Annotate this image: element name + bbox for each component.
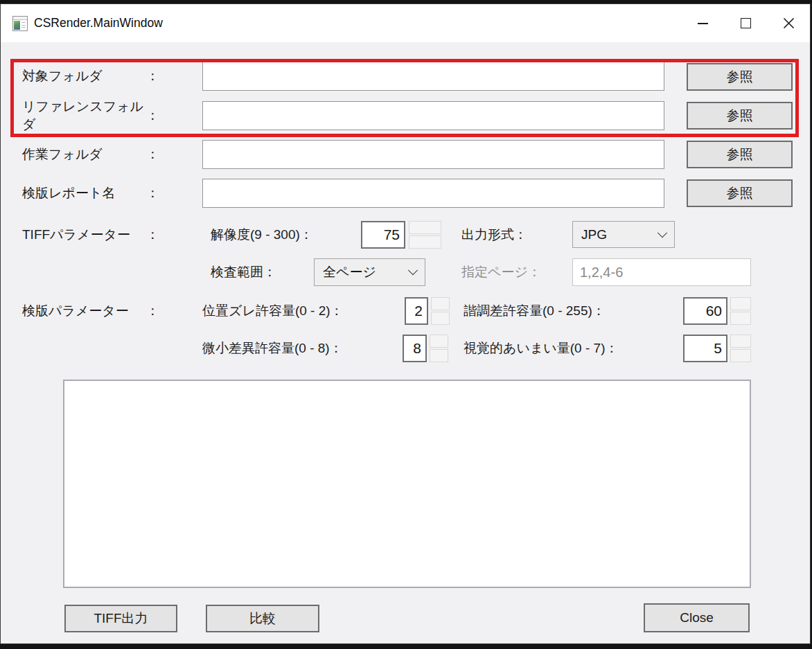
- report-name-browse-button[interactable]: 参照: [687, 179, 793, 207]
- output-format-select[interactable]: JPG: [572, 221, 675, 248]
- visual-fuzziness-input[interactable]: [683, 335, 727, 362]
- target-folder-browse-button[interactable]: 参照: [687, 63, 793, 91]
- report-name-label: 検版レポート名：: [22, 179, 159, 208]
- maximize-button[interactable]: [724, 4, 767, 42]
- work-folder-browse-button[interactable]: 参照: [687, 141, 793, 168]
- position-tolerance-spinner: [431, 297, 450, 325]
- tone-tolerance-label: 諧調差許容量(0 - 255)：: [464, 297, 606, 325]
- resolution-spin-up-button[interactable]: [409, 221, 441, 234]
- minor-diff-tolerance-input[interactable]: [403, 335, 427, 362]
- work-folder-label: 作業フォルダ：: [22, 140, 159, 169]
- maximize-icon: [741, 18, 751, 28]
- log-output-area[interactable]: [63, 380, 751, 588]
- minimize-button[interactable]: [681, 4, 724, 42]
- position-tolerance-input[interactable]: [405, 297, 428, 325]
- page-spec-input: [572, 258, 751, 286]
- resolution-label: 解像度(9 - 300)：: [211, 221, 313, 249]
- close-icon: [782, 17, 795, 30]
- close-window-button[interactable]: [767, 4, 810, 42]
- reference-folder-label: リファレンスフォルダ：: [22, 101, 159, 130]
- reference-folder-input[interactable]: [202, 101, 664, 130]
- output-format-label: 出力形式：: [461, 221, 527, 249]
- tone-spin-down-button[interactable]: [730, 312, 751, 325]
- report-name-input[interactable]: [202, 179, 664, 208]
- page-spec-label: 指定ページ：: [461, 258, 541, 286]
- resolution-input[interactable]: [361, 221, 405, 249]
- tiff-output-button[interactable]: TIFF出力: [64, 605, 177, 632]
- app-window-icon: [12, 16, 28, 31]
- visual-fuzziness-spinner: [730, 335, 751, 362]
- chevron-down-icon: [657, 228, 667, 238]
- tone-tolerance-input[interactable]: [683, 297, 727, 325]
- minor-diff-tolerance-label: 微小差異許容量(0 - 8)：: [202, 335, 343, 362]
- chevron-down-icon: [408, 265, 418, 275]
- resolution-spinner: [409, 221, 441, 249]
- main-window: CSRender.MainWindow 対象フォルダ： 参照 リファレンスフォル…: [0, 3, 811, 644]
- desktop-background-bottom: [0, 644, 812, 649]
- inspect-params-section-label: 検版パラメーター：: [22, 297, 159, 325]
- position-tolerance-label: 位置ズレ許容量(0 - 2)：: [202, 297, 344, 325]
- resolution-spin-down-button[interactable]: [409, 235, 441, 249]
- minor-diff-spin-down-button[interactable]: [430, 349, 448, 362]
- compare-button[interactable]: 比較: [206, 605, 319, 632]
- window-title: CSRender.MainWindow: [34, 16, 163, 30]
- titlebar[interactable]: CSRender.MainWindow: [1, 4, 810, 42]
- scan-range-label: 検査範囲：: [211, 258, 276, 286]
- minor-diff-spin-up-button[interactable]: [430, 335, 448, 348]
- position-spin-up-button[interactable]: [431, 297, 450, 310]
- target-folder-input[interactable]: [202, 62, 664, 91]
- minor-diff-spinner: [430, 335, 448, 362]
- reference-folder-browse-button[interactable]: 参照: [687, 102, 793, 130]
- visual-spin-down-button[interactable]: [730, 349, 751, 362]
- target-folder-label: 対象フォルダ：: [22, 62, 159, 91]
- tone-spin-up-button[interactable]: [730, 297, 751, 310]
- visual-spin-up-button[interactable]: [730, 335, 751, 348]
- close-button[interactable]: Close: [644, 603, 750, 632]
- work-folder-input[interactable]: [202, 140, 664, 169]
- visual-fuzziness-label: 視覚的あいまい量(0 - 7)：: [464, 335, 618, 362]
- caption-buttons: [681, 4, 810, 42]
- tone-tolerance-spinner: [730, 297, 751, 325]
- scan-range-select[interactable]: 全ページ: [314, 258, 425, 286]
- minimize-icon: [698, 23, 708, 24]
- position-spin-down-button[interactable]: [431, 312, 450, 325]
- tiff-params-section-label: TIFFパラメーター：: [22, 221, 159, 249]
- client-area: 対象フォルダ： 参照 リファレンスフォルダ： 参照 作業フォルダ： 参照 検版レ…: [1, 42, 810, 643]
